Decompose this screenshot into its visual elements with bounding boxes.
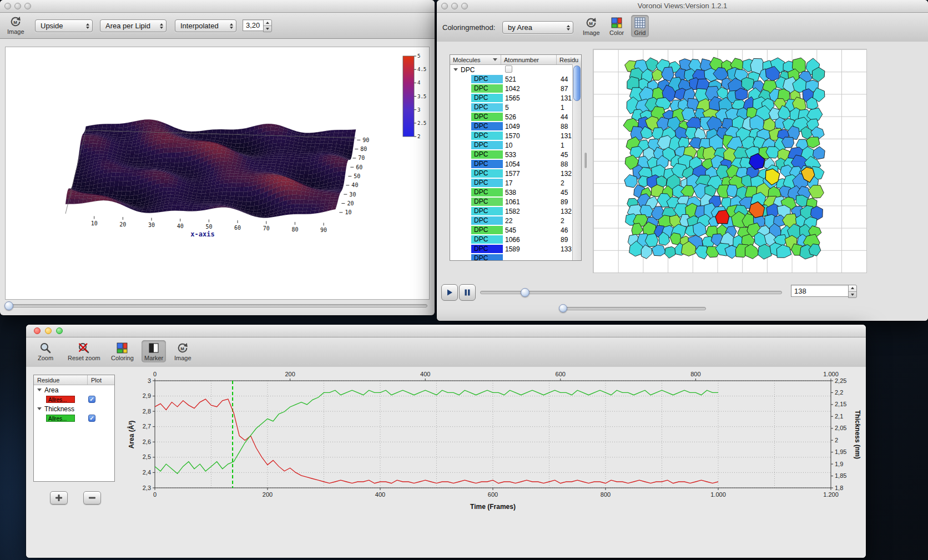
pause-button[interactable] xyxy=(459,284,476,301)
table-row[interactable]: DPC54546 xyxy=(450,225,581,235)
group-label: DPC xyxy=(461,66,475,74)
table-row[interactable]: DPC52144 xyxy=(450,74,581,84)
disclosure-icon[interactable] xyxy=(37,407,42,410)
atomnumber-cell: 1577 xyxy=(501,170,557,178)
thickness-group-row[interactable]: Thickness xyxy=(34,404,114,413)
table-row[interactable]: DPC104988 xyxy=(450,122,581,131)
molecule-table-header[interactable]: Molecules Atomnumber Residu xyxy=(450,55,581,65)
svg-text:50: 50 xyxy=(205,224,212,230)
image-export-button[interactable]: M Image xyxy=(4,14,27,36)
titlebar[interactable] xyxy=(0,0,435,13)
svg-text:2,6: 2,6 xyxy=(143,438,151,445)
table-row[interactable]: DPC xyxy=(450,254,581,261)
interpolation-popup[interactable]: Interpolated xyxy=(175,19,236,32)
stepper-up-icon[interactable] xyxy=(849,285,856,292)
reset-zoom-button[interactable]: Reset zoom xyxy=(65,340,103,362)
table-row[interactable]: DPC53845 xyxy=(450,188,581,197)
rotation-slider[interactable] xyxy=(6,304,427,307)
check-icon: ✓ xyxy=(89,396,94,402)
close-button[interactable] xyxy=(4,3,11,9)
svg-text:90: 90 xyxy=(320,227,327,233)
table-row[interactable]: DPC1565131 xyxy=(450,93,581,103)
area-group-row[interactable]: Area xyxy=(34,385,114,395)
scale-stepper[interactable] xyxy=(263,19,272,32)
table-row[interactable]: DPC52644 xyxy=(450,112,581,122)
disclosure-icon[interactable] xyxy=(37,389,42,391)
splitter-handle[interactable] xyxy=(584,153,587,168)
svg-text:2,25: 2,25 xyxy=(835,377,846,384)
minimize-button[interactable] xyxy=(45,327,52,334)
color-palette-icon xyxy=(611,17,623,29)
marker-button[interactable]: Marker xyxy=(142,340,166,362)
frame-slider-thumb[interactable] xyxy=(521,288,529,297)
speed-slider[interactable] xyxy=(562,307,706,310)
svg-text:600: 600 xyxy=(556,371,566,377)
frame-stepper[interactable] xyxy=(848,285,857,298)
atomnumber-cell: 1570 xyxy=(501,132,557,140)
molecule-group-row[interactable]: DPC xyxy=(450,65,581,74)
table-row[interactable]: DPC104287 xyxy=(450,84,581,93)
frame-number-field[interactable]: 138 xyxy=(791,285,854,297)
grid-button[interactable]: Grid xyxy=(631,15,649,37)
add-series-button[interactable] xyxy=(50,491,68,504)
stepper-down-icon[interactable] xyxy=(264,26,271,32)
titlebar[interactable] xyxy=(26,325,866,337)
residue-color-swatch: DPC xyxy=(471,216,503,225)
play-button[interactable] xyxy=(441,284,458,301)
table-row[interactable]: DPC106189 xyxy=(450,197,581,206)
zoom-window-button[interactable] xyxy=(56,327,63,334)
table-row[interactable]: DPC172 xyxy=(450,178,581,188)
surface-window: M Image Upside Area per Lipid Interpolat… xyxy=(0,0,435,315)
thickness-series-row[interactable]: Allres... ✓ xyxy=(34,413,114,423)
zoom-window-button[interactable] xyxy=(24,3,31,9)
stepper-down-icon[interactable] xyxy=(849,292,856,298)
table-row[interactable]: DPC1577132 xyxy=(450,169,581,178)
table-row[interactable]: DPC101 xyxy=(450,140,581,150)
scrollbar-thumb[interactable] xyxy=(573,65,581,101)
svg-text:Thickness (nm): Thickness (nm) xyxy=(854,410,861,459)
orientation-value: Upside xyxy=(41,22,63,30)
table-scrollbar[interactable] xyxy=(572,64,581,260)
coloring-button[interactable]: Coloring xyxy=(108,340,137,362)
table-row[interactable]: DPC1589133 xyxy=(450,244,581,254)
area-series-swatch[interactable]: Allres... xyxy=(46,396,75,403)
atomnumber-cell: 10 xyxy=(501,142,557,149)
residue-panel-header[interactable]: Residue Plot xyxy=(34,375,114,385)
atomnumber-cell: 22 xyxy=(501,217,557,225)
rotation-slider-thumb[interactable] xyxy=(4,301,13,310)
table-row[interactable]: DPC51 xyxy=(450,103,581,112)
area-series-row[interactable]: Allres... ✓ xyxy=(34,395,114,404)
area-visible-checkbox[interactable]: ✓ xyxy=(88,396,95,403)
disclosure-icon[interactable] xyxy=(453,68,458,71)
svg-text:30: 30 xyxy=(148,222,155,228)
speed-slider-thumb[interactable] xyxy=(559,304,567,312)
image-export-button[interactable]: M Image xyxy=(580,15,603,37)
image-export-button[interactable]: M Image xyxy=(172,340,194,362)
orientation-popup[interactable]: Upside xyxy=(35,19,93,32)
remove-series-button[interactable] xyxy=(83,491,101,504)
residue-panel: Residue Plot Area Allres... ✓ Thickness … xyxy=(33,375,115,482)
table-row[interactable]: DPC106689 xyxy=(450,235,581,244)
table-row[interactable]: DPC53345 xyxy=(450,150,581,159)
minimize-button[interactable] xyxy=(14,3,21,9)
table-row[interactable]: DPC1582132 xyxy=(450,206,581,216)
coloring-method-popup[interactable]: by Area xyxy=(502,21,573,34)
stepper-up-icon[interactable] xyxy=(264,20,271,26)
zoom-button[interactable]: Zoom xyxy=(35,340,56,362)
property-popup[interactable]: Area per Lipid xyxy=(100,19,167,32)
residue-color-swatch: DPC xyxy=(471,132,503,140)
image-icon: M xyxy=(585,17,597,29)
table-row[interactable]: DPC222 xyxy=(450,216,581,225)
voronoi-content: Molecules Atomnumber Residu DPC DPC52144… xyxy=(437,42,928,321)
grid-icon xyxy=(634,17,646,29)
close-button[interactable] xyxy=(34,327,41,334)
thickness-visible-checkbox[interactable]: ✓ xyxy=(88,415,95,422)
table-row[interactable]: DPC105488 xyxy=(450,159,581,169)
thickness-series-swatch[interactable]: Allres... xyxy=(46,415,75,422)
svg-text:5: 5 xyxy=(417,53,420,59)
titlebar[interactable]: Voronoi Views:Version 1.2.1 xyxy=(437,0,928,13)
color-button[interactable]: Color xyxy=(607,15,627,37)
group-checkbox[interactable] xyxy=(505,65,512,73)
residue-color-swatch: DPC xyxy=(471,141,503,149)
table-row[interactable]: DPC1570131 xyxy=(450,131,581,140)
